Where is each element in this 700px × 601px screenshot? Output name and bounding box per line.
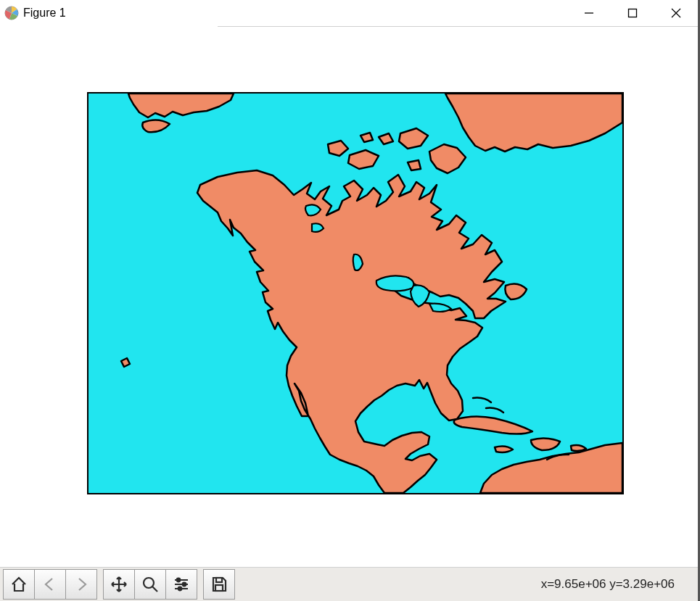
navigation-toolbar: x=9.65e+06 y=3.29e+06 <box>0 567 698 601</box>
save-button[interactable] <box>203 569 235 600</box>
cursor-coordinates: x=9.65e+06 y=3.29e+06 <box>541 577 675 592</box>
svg-point-5 <box>144 578 154 588</box>
window-controls <box>567 0 698 26</box>
land-chukotka <box>128 94 234 117</box>
land-newfoundland <box>505 283 527 299</box>
maximize-button[interactable] <box>611 0 654 26</box>
window-title: Figure 1 <box>23 7 66 20</box>
forward-icon <box>72 575 91 594</box>
matplotlib-icon <box>4 6 19 20</box>
svg-rect-9 <box>216 578 222 582</box>
configure-button[interactable] <box>165 569 197 600</box>
land-baffin <box>429 144 466 173</box>
great-slave-lake <box>312 223 324 232</box>
maximize-icon <box>627 8 638 18</box>
land-banks <box>328 141 348 156</box>
land-cuba <box>454 416 532 434</box>
land-bahamas-1 <box>473 398 491 402</box>
back-button[interactable] <box>34 569 66 600</box>
zoom-button[interactable] <box>134 569 166 600</box>
land-arctic-3 <box>408 160 421 170</box>
figure-window: Figure 1 <box>0 0 700 601</box>
save-icon <box>210 575 228 594</box>
land-bahamas-2 <box>486 408 503 413</box>
forward-button[interactable] <box>65 569 97 600</box>
land-north-america <box>197 170 506 493</box>
svg-point-6 <box>177 579 181 582</box>
land-hawaii <box>121 358 130 367</box>
minimize-icon <box>584 8 594 18</box>
land-arctic-2 <box>361 133 373 142</box>
svg-point-8 <box>178 587 182 591</box>
land-hispaniola <box>531 438 560 450</box>
svg-rect-10 <box>215 585 223 591</box>
home-button[interactable] <box>3 569 35 600</box>
svg-rect-2 <box>629 9 637 17</box>
pan-icon <box>110 575 128 594</box>
land-arctic-1 <box>379 133 393 144</box>
figure-canvas[interactable] <box>0 27 698 567</box>
land-jamaica <box>495 447 513 452</box>
pan-button[interactable] <box>103 569 135 600</box>
lake-erie-ontario <box>429 304 451 312</box>
land-greenland <box>445 94 622 152</box>
land-victoria <box>348 150 379 169</box>
close-button[interactable] <box>654 0 698 26</box>
svg-point-7 <box>183 583 186 587</box>
back-icon <box>41 575 59 594</box>
land-wrangel <box>142 120 170 132</box>
zoom-icon <box>141 575 160 594</box>
land-ellesmere <box>399 128 428 149</box>
map-axes[interactable] <box>87 92 624 494</box>
lake-superior <box>376 275 414 291</box>
titlebar: Figure 1 <box>0 0 698 26</box>
map-svg <box>88 94 622 493</box>
minimize-button[interactable] <box>567 0 611 26</box>
close-icon <box>671 8 681 18</box>
home-icon <box>9 575 28 594</box>
sliders-icon <box>172 575 191 594</box>
